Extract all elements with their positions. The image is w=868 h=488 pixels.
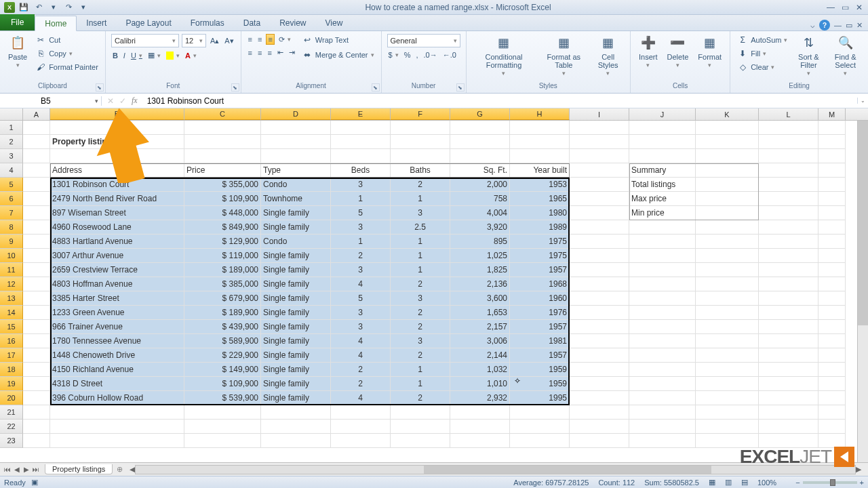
cell[interactable] [629, 220, 696, 235]
cell[interactable] [23, 391, 50, 405]
cell[interactable]: Single family [261, 348, 331, 363]
row-header[interactable]: 14 [0, 306, 23, 320]
cell[interactable]: 2,144 [450, 348, 510, 363]
cell[interactable]: 1957 [510, 348, 570, 363]
cell[interactable] [696, 178, 759, 192]
cell[interactable] [184, 121, 261, 135]
cell-styles-button[interactable]: ▦Cell Styles▾ [591, 34, 625, 79]
cell[interactable] [331, 405, 391, 420]
cell[interactable] [759, 405, 818, 420]
cell[interactable]: Condo [261, 178, 331, 192]
cell[interactable]: 1 [391, 263, 450, 277]
cell[interactable] [450, 434, 510, 448]
cell[interactable] [331, 434, 391, 448]
cell[interactable]: Single family [261, 206, 331, 220]
cell[interactable] [23, 235, 50, 249]
cell[interactable]: $ 229,900 [184, 348, 261, 363]
zoom-level[interactable]: 100% [757, 479, 776, 487]
cell[interactable] [696, 277, 759, 291]
view-normal-icon[interactable]: ▦ [709, 478, 715, 487]
cell[interactable] [391, 149, 450, 163]
cell[interactable] [759, 206, 818, 220]
zoom-out-icon[interactable]: − [795, 479, 800, 487]
tab-data[interactable]: Data [234, 15, 270, 30]
cell[interactable]: 2479 North Bend River Road [50, 192, 184, 206]
cell[interactable]: 1 [391, 192, 450, 206]
cell[interactable] [759, 277, 818, 291]
cell[interactable] [696, 192, 759, 206]
zoom-slider[interactable] [803, 481, 857, 484]
row-header[interactable]: 11 [0, 263, 23, 277]
cell[interactable] [23, 206, 50, 220]
col-header-h[interactable]: H [510, 108, 570, 120]
font-launcher[interactable]: ⬊ [231, 83, 239, 92]
cell[interactable]: 897 Wiseman Street [50, 206, 184, 220]
cell[interactable] [23, 149, 50, 163]
cell[interactable] [570, 135, 629, 149]
align-top-icon[interactable]: ≡ [247, 35, 254, 44]
cell[interactable] [450, 149, 510, 163]
cell[interactable]: 2.5 [391, 220, 450, 235]
cell[interactable]: 1 [391, 235, 450, 249]
cell[interactable] [23, 178, 50, 192]
cell[interactable] [23, 320, 50, 334]
name-box-dropdown-icon[interactable]: ▾ [95, 98, 98, 104]
qat-save-icon[interactable]: 💾 [18, 1, 30, 14]
qat-undo-dd[interactable]: ▾ [47, 1, 60, 14]
sheet-nav-first-icon[interactable]: ⏮ [3, 466, 12, 473]
cell[interactable] [23, 377, 50, 391]
cell[interactable]: 4150 Richland Avenue [50, 363, 184, 377]
align-bottom-icon[interactable]: ≡ [266, 34, 274, 45]
zoom-in-icon[interactable]: + [860, 479, 864, 487]
cell[interactable] [50, 420, 184, 434]
insert-cells-button[interactable]: ➕Insert▾ [636, 34, 660, 70]
cell[interactable] [818, 235, 846, 249]
cell[interactable] [261, 135, 331, 149]
fill-button[interactable]: ⬇Fill ▾ [736, 47, 789, 60]
cell[interactable]: 1995 [510, 391, 570, 405]
expand-formula-bar-icon[interactable]: ⌄ [857, 98, 868, 104]
align-right-icon[interactable]: ≡ [266, 48, 273, 58]
cell[interactable]: Single family [261, 306, 331, 320]
cell[interactable] [629, 405, 696, 420]
cell[interactable] [570, 377, 629, 391]
cell[interactable]: 2 [391, 391, 450, 405]
cell[interactable] [696, 320, 759, 334]
cell[interactable]: 2,157 [450, 320, 510, 334]
cell[interactable]: 1,032 [450, 363, 510, 377]
cell[interactable] [331, 420, 391, 434]
cell[interactable] [818, 405, 846, 420]
col-header-b[interactable]: B [50, 108, 184, 120]
cell[interactable]: Property listings [50, 135, 184, 149]
row-header[interactable]: 8 [0, 220, 23, 235]
cell[interactable]: 1 [331, 192, 391, 206]
cell[interactable] [570, 263, 629, 277]
cell[interactable] [818, 121, 846, 135]
minimize-ribbon-icon[interactable]: ⌵ [810, 21, 815, 30]
cell[interactable]: Single family [261, 377, 331, 391]
workbook-close-icon[interactable]: ✕ [856, 21, 863, 30]
cell[interactable] [23, 263, 50, 277]
sheet-tab-active[interactable]: Property listings [45, 464, 113, 474]
cell[interactable]: $ 679,900 [184, 291, 261, 306]
cell[interactable] [759, 220, 818, 235]
cell[interactable] [759, 291, 818, 306]
cell[interactable] [23, 163, 50, 178]
cell[interactable] [23, 121, 50, 135]
currency-icon[interactable]: $▾ [387, 50, 400, 60]
cell[interactable] [23, 220, 50, 235]
cell[interactable] [818, 306, 846, 320]
row-header[interactable]: 16 [0, 334, 23, 348]
cell[interactable]: 4883 Hartland Avenue [50, 235, 184, 249]
cell[interactable] [696, 348, 759, 363]
tab-file[interactable]: File [0, 14, 35, 30]
cell[interactable]: $ 129,900 [184, 235, 261, 249]
cell[interactable]: 2659 Crestview Terrace [50, 263, 184, 277]
cell[interactable]: 1 [391, 363, 450, 377]
cell[interactable]: $ 385,000 [184, 277, 261, 291]
increase-decimal-icon[interactable]: .0→ [422, 50, 438, 60]
cell[interactable]: Single family [261, 220, 331, 235]
cell[interactable] [759, 363, 818, 377]
view-pagebreak-icon[interactable]: ▤ [741, 478, 748, 487]
cell[interactable] [818, 420, 846, 434]
